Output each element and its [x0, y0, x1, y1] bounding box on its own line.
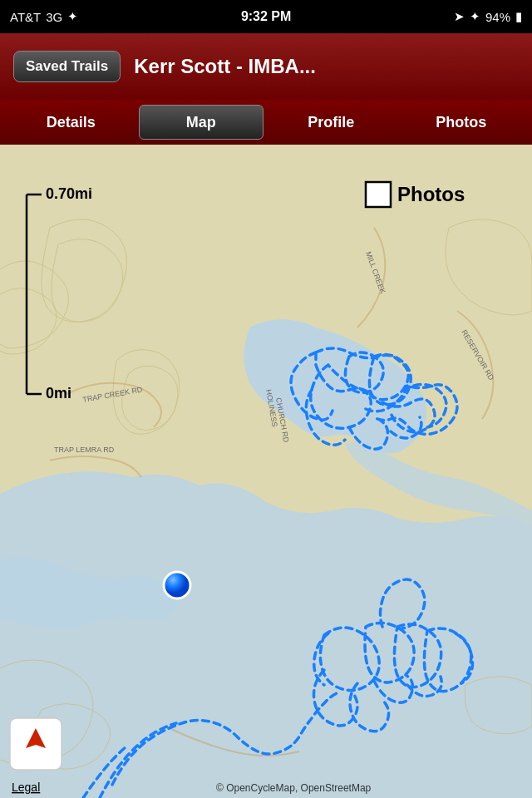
svg-text:TRAP LEMRA RD: TRAP LEMRA RD: [54, 446, 115, 454]
status-left: AT&T 3G ✦: [10, 9, 78, 24]
svg-text:Photos: Photos: [397, 183, 465, 205]
svg-text:0mi: 0mi: [46, 385, 71, 401]
bluetooth-icon: ✦: [470, 9, 480, 24]
battery-icon: ▮: [515, 9, 522, 24]
status-right: ➤ ✦ 94% ▮: [454, 9, 522, 24]
svg-text:© OpenCycleMap, OpenStreetMap: © OpenCycleMap, OpenStreetMap: [216, 782, 372, 794]
carrier-text: AT&T: [10, 10, 41, 24]
tab-map[interactable]: Map: [139, 105, 264, 140]
tab-profile[interactable]: Profile: [268, 105, 394, 140]
tab-bar: Details Map Profile Photos: [0, 100, 532, 145]
location-icon: ➤: [454, 9, 465, 24]
header: Saved Trails Kerr Scott - IMBA...: [0, 33, 532, 100]
status-bar: AT&T 3G ✦ 9:32 PM ➤ ✦ 94% ▮: [0, 0, 532, 33]
svg-rect-12: [366, 182, 391, 207]
trail-title: Kerr Scott - IMBA...: [134, 55, 519, 78]
svg-text:Legal: Legal: [12, 781, 40, 794]
svg-text:0.70mi: 0.70mi: [46, 185, 92, 202]
network-text: 3G: [46, 10, 62, 24]
time-display: 9:32 PM: [241, 9, 291, 24]
battery-text: 94%: [485, 10, 510, 24]
tab-details[interactable]: Details: [8, 105, 134, 140]
svg-point-14: [164, 572, 190, 598]
loading-icon: ✦: [67, 9, 78, 24]
tab-photos[interactable]: Photos: [399, 105, 525, 140]
map-area[interactable]: TRAP CREEK RD TRAP LEMRA RD MILL CREEK H…: [0, 145, 532, 798]
saved-trails-button[interactable]: Saved Trails: [13, 51, 121, 82]
